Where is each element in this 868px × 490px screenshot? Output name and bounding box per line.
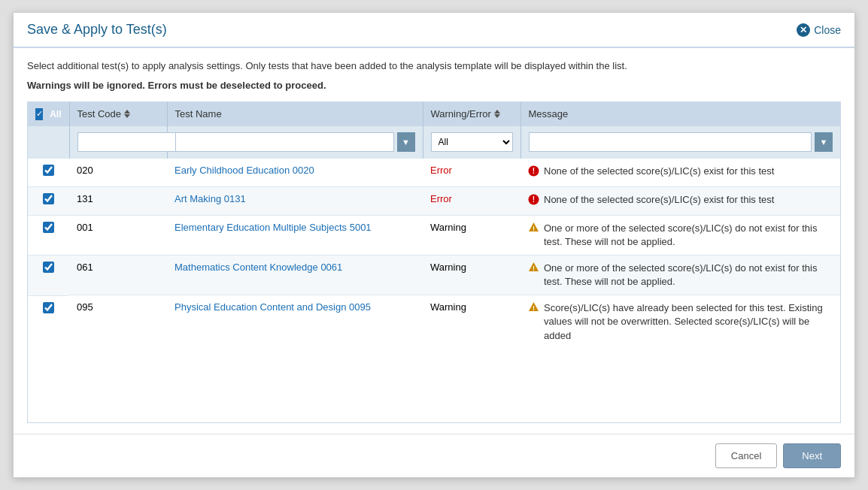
row-warnerr: Error [423,158,520,186]
close-button[interactable]: ✕ Close [797,23,841,37]
row-testcode: 020 [69,158,167,186]
row-check-cell [28,215,69,239]
warnerr-filter-select[interactable]: All Warning Error [431,132,513,152]
row-testcode: 001 [69,215,167,255]
row-checkbox[interactable] [43,193,54,204]
row-testname: Early Childhood Education 0020 [167,158,423,186]
svg-text:!: ! [533,195,535,204]
filter-check-col [28,126,69,159]
table-row: 095Physical Education Content and Design… [28,295,840,349]
row-testname: Physical Education Content and Design 00… [167,295,423,349]
row-message: !None of the selected score(s)/LIC(s) ex… [520,186,840,215]
tests-table: ✓ All Test Code [28,102,840,349]
row-testcode: 095 [69,295,167,349]
svg-text:!: ! [533,167,535,175]
row-checkbox[interactable] [43,165,54,176]
table-row: 020Early Childhood Education 0020Error!N… [28,158,840,186]
row-checkbox[interactable] [43,302,54,313]
info-text: Select additional test(s) to apply analy… [27,59,841,74]
warning-icon: ! [528,301,539,343]
col-header-check: ✓ All [28,102,69,126]
warning-icon: ! [528,262,539,289]
table-row: 001Elementary Education Multiple Subject… [28,215,840,255]
testname-link[interactable]: Mathematics Content Knowledge 0061 [175,262,342,273]
modal-title: Save & Apply to Test(s) [27,22,167,38]
row-check-cell [28,158,69,182]
row-testcode: 131 [69,186,167,215]
message-text: Score(s)/LIC(s) have already been select… [544,301,833,343]
filter-testname-col: ▼ [167,126,423,159]
col-header-message: Message [520,102,840,126]
svg-text:!: ! [533,264,535,271]
row-warnerr: Error [423,186,520,215]
row-warnerr: Warning [423,255,520,295]
close-icon: ✕ [797,23,810,37]
row-testname: Art Making 0131 [167,186,423,215]
message-text: None of the selected score(s)/LIC(s) exi… [544,165,774,180]
testcode-header-label: Test Code [77,108,122,119]
testname-link[interactable]: Physical Education Content and Design 00… [175,301,371,313]
warnerr-header-label: Warning/Error [431,108,491,119]
col-header-warnerr: Warning/Error [423,102,520,126]
message-filter-button[interactable]: ▼ [815,132,833,152]
row-warnerr: Warning [423,295,520,349]
row-check-cell [28,255,69,279]
testname-filter-input[interactable] [175,132,394,152]
testname-link[interactable]: Early Childhood Education 0020 [175,165,314,176]
row-check-cell [28,295,69,319]
row-message: !One or more of the selected score(s)/LI… [520,215,840,255]
warning-text: Warnings will be ignored. Errors must be… [27,80,841,91]
row-message: !Score(s)/LIC(s) have already been selec… [520,295,840,349]
row-message: !None of the selected score(s)/LIC(s) ex… [520,158,840,186]
filter-testcode-col: ▼ [69,126,167,159]
modal-header: Save & Apply to Test(s) ✕ Close [14,13,854,48]
row-check-cell [28,186,69,210]
filter-warnerr-col: All Warning Error [423,126,520,159]
message-text: None of the selected score(s)/LIC(s) exi… [544,193,774,209]
table-container: ✓ All Test Code [27,101,841,424]
row-message: !One or more of the selected score(s)/LI… [520,255,840,295]
row-checkbox[interactable] [43,222,54,233]
row-testname: Elementary Education Multiple Subjects 5… [167,215,423,255]
check-all-icon: ✓ [35,108,43,120]
row-warnerr: Warning [423,215,520,255]
warnerr-sort-icon[interactable] [494,110,500,118]
warning-icon: ! [528,222,539,249]
svg-text:!: ! [533,224,535,231]
modal-body: Select additional test(s) to apply analy… [14,48,854,434]
col-header-testname: Test Name [167,102,423,126]
save-apply-modal: Save & Apply to Test(s) ✕ Close Select a… [13,12,855,478]
row-checkbox[interactable] [43,262,54,273]
error-icon: ! [528,165,539,180]
close-label: Close [814,24,841,36]
message-header-label: Message [529,108,569,119]
row-testcode: 061 [69,255,167,295]
testname-filter-button[interactable]: ▼ [397,132,415,152]
col-header-testcode: Test Code [69,102,167,126]
testcode-sort-icon[interactable] [124,110,130,118]
message-text: One or more of the selected score(s)/LIC… [544,262,833,289]
message-filter-input[interactable] [529,132,812,152]
message-text: One or more of the selected score(s)/LIC… [544,222,833,249]
testname-header-label: Test Name [175,108,222,119]
testname-link[interactable]: Elementary Education Multiple Subjects 5… [175,222,372,233]
modal-footer: Cancel Next [14,434,854,477]
testname-link[interactable]: Art Making 0131 [175,193,246,204]
svg-text:!: ! [533,304,535,312]
all-label: All [50,109,61,119]
table-row: 131Art Making 0131Error!None of the sele… [28,186,840,215]
filter-message-col: ▼ [520,126,840,159]
cancel-button[interactable]: Cancel [715,443,777,468]
row-testname: Mathematics Content Knowledge 0061 [167,255,423,295]
table-row: 061Mathematics Content Knowledge 0061War… [28,255,840,295]
next-button[interactable]: Next [783,443,841,468]
error-icon: ! [528,193,539,209]
